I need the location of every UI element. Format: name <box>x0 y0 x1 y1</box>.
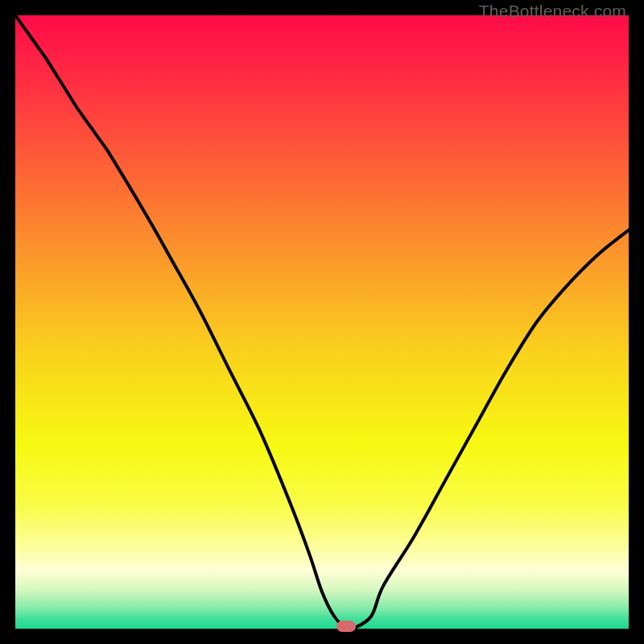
watermark-text: TheBottleneck.com <box>479 2 626 21</box>
chart-frame <box>15 15 629 629</box>
minimum-marker <box>336 621 356 632</box>
gradient-background <box>15 15 629 629</box>
